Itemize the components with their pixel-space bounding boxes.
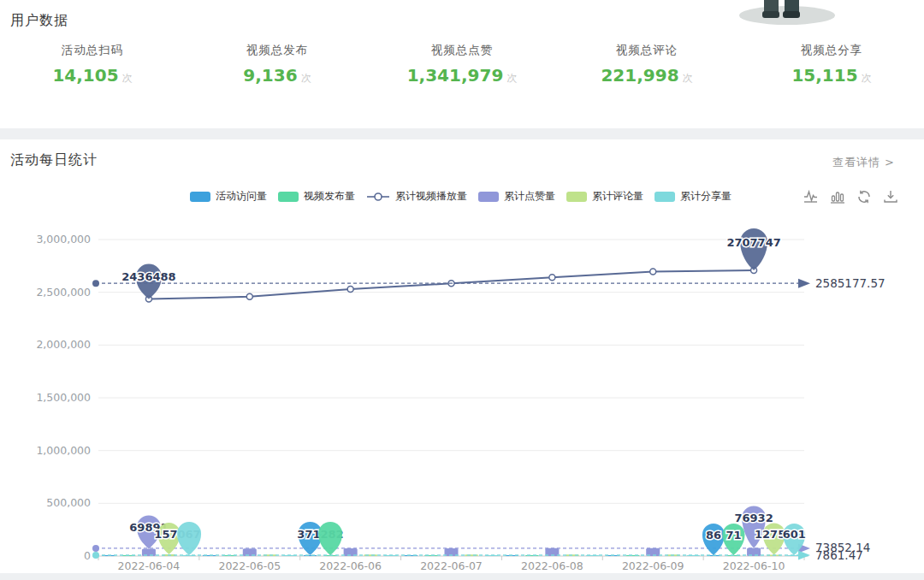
legend-item-5[interactable]: 累计分享量 — [654, 189, 732, 204]
svg-text:2022-06-05: 2022-06-05 — [218, 559, 281, 572]
stat-label: 活动总扫码 — [0, 43, 185, 58]
person-legs-illustration — [732, 0, 843, 26]
stat-value: 15,115次 — [739, 65, 924, 86]
bar-chart-icon[interactable] — [830, 189, 845, 204]
chart-legend: 活动访问量视频发布量累计视频播放量累计点赞量累计评论量累计分享量 — [190, 189, 732, 204]
stat-card-2: 视频总点赞1,341,979次 — [370, 43, 554, 86]
line-chart-icon[interactable] — [803, 189, 819, 204]
svg-text:2,000,000: 2,000,000 — [36, 338, 91, 351]
svg-text:1,000,000: 1,000,000 — [36, 444, 91, 457]
svg-text:2022-06-06: 2022-06-06 — [319, 559, 382, 572]
legend-item-2[interactable]: 累计视频播放量 — [366, 189, 467, 204]
view-details-link[interactable]: 查看详情 > — [832, 155, 895, 170]
legend-swatch — [190, 192, 210, 202]
chart-toolbox — [803, 189, 898, 204]
svg-text:2022-06-10: 2022-06-10 — [723, 559, 785, 572]
stat-value: 1,341,979次 — [370, 65, 554, 86]
svg-text:2585177.57: 2585177.57 — [815, 276, 886, 290]
svg-text:76932: 76932 — [734, 512, 773, 524]
stat-value: 14,105次 — [0, 65, 185, 86]
legend-label: 累计点赞量 — [504, 189, 555, 204]
legend-item-3[interactable]: 累计点赞量 — [478, 189, 555, 204]
legend-item-0[interactable]: 活动访问量 — [190, 189, 267, 204]
legend-item-4[interactable]: 累计评论量 — [566, 189, 643, 204]
stat-card-3: 视频总评论221,998次 — [554, 43, 739, 86]
svg-text:2436488: 2436488 — [121, 270, 175, 283]
svg-text:2022-06-09: 2022-06-09 — [622, 559, 684, 572]
user-data-card: 用户数据 活动总扫码14,105次视频总发布9,136次视频总点赞1,341,9… — [0, 0, 924, 128]
legend-label: 累计评论量 — [592, 189, 643, 204]
refresh-icon[interactable] — [856, 189, 872, 204]
grid-lines — [98, 240, 804, 503]
legend-swatch — [478, 192, 499, 202]
x-axis: 2022-06-042022-06-052022-06-062022-06-07… — [92, 556, 808, 572]
legend-swatch — [654, 192, 675, 202]
svg-text:86: 86 — [706, 529, 721, 542]
svg-text:2022-06-07: 2022-06-07 — [420, 559, 483, 572]
stat-value: 9,136次 — [185, 65, 370, 86]
daily-stats-chart[interactable]: 0500,0001,000,0001,500,0002,000,0002,500… — [0, 214, 924, 573]
dashboard-page: 用户数据 活动总扫码14,105次视频总发布9,136次视频总点赞1,341,9… — [0, 0, 924, 580]
stat-label: 视频总分享 — [739, 43, 924, 58]
chart-area: 0500,0001,000,0001,500,0002,000,0002,500… — [0, 214, 924, 573]
daily-stats-card: 活动每日统计 查看详情 > 活动访问量视频发布量累计视频播放量累计点赞量累计评论… — [0, 139, 924, 573]
svg-text:71: 71 — [726, 529, 741, 542]
svg-text:500,000: 500,000 — [46, 496, 91, 509]
legend-label: 视频发布量 — [304, 189, 355, 204]
svg-text:2,500,000: 2,500,000 — [36, 286, 91, 299]
daily-stats-title: 活动每日统计 — [10, 151, 98, 169]
stat-label: 视频总评论 — [554, 43, 739, 58]
svg-text:7861.47: 7861.47 — [815, 548, 863, 562]
y-axis-labels: 0500,0001,000,0001,500,0002,000,0002,500… — [36, 233, 91, 562]
mark-point-pins: 2436488270774769891157067371282867176932… — [121, 228, 806, 555]
stat-value: 221,998次 — [554, 65, 739, 86]
line-series — [145, 268, 756, 302]
legend-item-1[interactable]: 视频发布量 — [278, 189, 355, 204]
svg-text:2022-06-04: 2022-06-04 — [118, 559, 181, 572]
svg-text:3,000,000: 3,000,000 — [36, 233, 91, 246]
svg-text:601: 601 — [783, 528, 806, 541]
svg-text:2707747: 2707747 — [726, 236, 780, 249]
legend-label: 活动访问量 — [216, 189, 267, 204]
stats-row: 活动总扫码14,105次视频总发布9,136次视频总点赞1,341,979次视频… — [0, 43, 924, 86]
stat-card-1: 视频总发布9,136次 — [185, 43, 370, 86]
legend-swatch — [278, 192, 299, 202]
stat-label: 视频总点赞 — [370, 43, 554, 58]
legend-line-symbol — [366, 191, 390, 203]
stat-card-0: 活动总扫码14,105次 — [0, 43, 185, 86]
stat-card-4: 视频总分享15,115次 — [739, 43, 924, 86]
svg-text:1,500,000: 1,500,000 — [36, 391, 91, 404]
download-icon[interactable] — [883, 189, 898, 204]
person-legs-graphic — [732, 0, 843, 26]
stat-label: 视频总发布 — [185, 43, 370, 58]
legend-label: 累计视频播放量 — [395, 189, 467, 204]
legend-label: 累计分享量 — [680, 189, 732, 204]
svg-text:2022-06-08: 2022-06-08 — [521, 559, 583, 572]
svg-text:0: 0 — [84, 549, 91, 562]
legend-swatch — [566, 192, 587, 202]
user-data-title: 用户数据 — [10, 12, 68, 30]
